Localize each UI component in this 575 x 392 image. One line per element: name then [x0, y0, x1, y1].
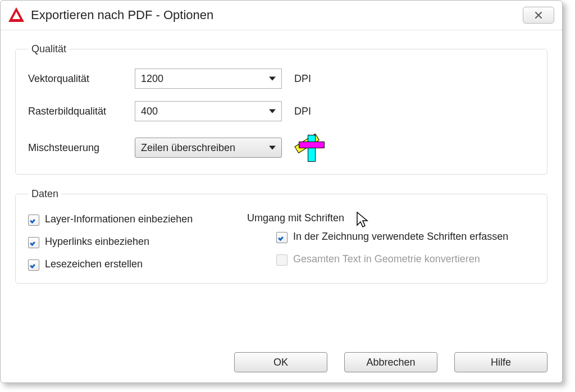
create-bookmarks-label: Lesezeichen erstellen: [45, 258, 143, 270]
include-hyperlinks-label: Hyperlinks einbeziehen: [45, 236, 149, 248]
help-button[interactable]: Hilfe: [454, 352, 547, 372]
merge-control-row: Mischsteuerung Zeilen überschreiben: [28, 134, 535, 162]
include-layer-info-row: Layer-Informationen einbeziehen: [28, 213, 247, 226]
data-group: Daten Layer-Informationen einbeziehen Hy…: [15, 188, 547, 284]
raster-quality-value: 400: [141, 106, 158, 117]
autocad-icon: [8, 7, 24, 23]
include-layer-info-label: Layer-Informationen einbeziehen: [45, 213, 193, 225]
cancel-button[interactable]: Abbrechen: [344, 352, 437, 372]
dialog-body: Qualität Vektorqualität 1200 DPI Rasterb…: [1, 30, 562, 382]
quality-group: Qualität Vektorqualität 1200 DPI Rasterb…: [15, 43, 547, 175]
dialog-footer: OK Abbrechen Hilfe: [234, 352, 547, 372]
capture-fonts-row: In der Zeichnung verwendete Schriften er…: [276, 231, 535, 243]
titlebar: Exportieren nach PDF - Optionen: [1, 1, 562, 30]
chevron-down-icon: [269, 110, 276, 113]
close-button[interactable]: [523, 7, 554, 24]
raster-quality-unit: DPI: [294, 106, 311, 117]
include-hyperlinks-row: Hyperlinks einbeziehen: [28, 236, 247, 248]
merge-control-value: Zeilen überschreiben: [141, 142, 235, 154]
vector-quality-unit: DPI: [294, 73, 311, 85]
chevron-down-icon: [269, 77, 276, 81]
create-bookmarks-row: Lesezeichen erstellen: [28, 258, 247, 271]
vector-quality-value: 1200: [141, 73, 163, 85]
window-title: Exportieren nach PDF - Optionen: [31, 8, 523, 22]
vector-quality-combo[interactable]: 1200: [135, 69, 282, 89]
convert-text-geometry-checkbox: [276, 254, 288, 266]
create-bookmarks-checkbox[interactable]: [28, 259, 39, 271]
raster-quality-row: Rasterbildqualität 400 DPI: [28, 101, 535, 121]
capture-fonts-label: In der Zeichnung verwendete Schriften er…: [293, 231, 508, 243]
merge-control-label: Mischsteuerung: [28, 142, 135, 154]
vector-quality-row: Vektorqualität 1200 DPI: [28, 69, 535, 89]
merge-control-icon: [294, 134, 325, 162]
close-icon: [535, 12, 542, 19]
quality-legend: Qualität: [28, 43, 70, 55]
data-legend: Daten: [28, 188, 62, 200]
font-handling-heading: Umgang mit Schriften: [247, 212, 535, 224]
include-hyperlinks-checkbox[interactable]: [28, 237, 39, 248]
raster-quality-label: Rasterbildqualität: [28, 106, 135, 117]
merge-control-combo[interactable]: Zeilen überschreiben: [135, 138, 282, 158]
vector-quality-label: Vektorqualität: [28, 73, 135, 85]
convert-text-geometry-label: Gesamten Text in Geometrie konvertieren: [293, 253, 480, 265]
convert-text-geometry-row: Gesamten Text in Geometrie konvertieren: [276, 253, 535, 266]
include-layer-info-checkbox[interactable]: [28, 215, 39, 226]
capture-fonts-checkbox[interactable]: [276, 232, 288, 243]
data-left-column: Layer-Informationen einbeziehen Hyperlin…: [28, 213, 247, 271]
data-right-column: Umgang mit Schriften In der Zeichnung ve…: [247, 213, 535, 271]
ok-button[interactable]: OK: [234, 352, 327, 372]
chevron-down-icon: [269, 146, 276, 150]
pdf-export-options-dialog: Exportieren nach PDF - Optionen Qualität…: [0, 0, 563, 383]
raster-quality-combo[interactable]: 400: [135, 101, 282, 121]
